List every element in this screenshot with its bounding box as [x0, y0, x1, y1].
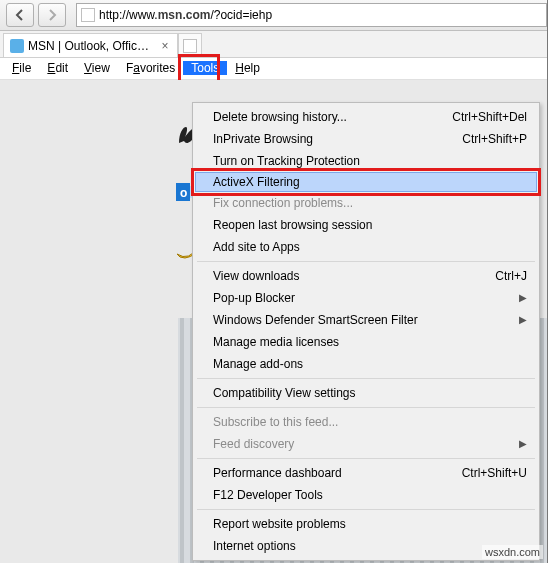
back-button[interactable]	[6, 3, 34, 27]
menu-edit[interactable]: Edit	[39, 58, 76, 79]
menu-view[interactable]: View	[76, 58, 118, 79]
menu-separator	[197, 261, 535, 262]
menu-item-label: Manage media licenses	[213, 331, 527, 353]
menu-item-activex-filtering[interactable]: ActiveX Filtering	[195, 172, 537, 192]
menu-file[interactable]: File	[4, 58, 39, 79]
menu-item-report-website-problems[interactable]: Report website problems	[195, 513, 537, 535]
menu-item-label: Add site to Apps	[213, 236, 527, 258]
nav-toolbar: http://www.msn.com/?ocid=iehp	[0, 0, 547, 31]
menu-item-label: Turn on Tracking Protection	[213, 150, 527, 172]
menu-item-label: ActiveX Filtering	[213, 172, 526, 192]
menu-item-reopen-last-browsing-session[interactable]: Reopen last browsing session	[195, 214, 537, 236]
menu-item-manage-media-licenses[interactable]: Manage media licenses	[195, 331, 537, 353]
address-bar[interactable]: http://www.msn.com/?ocid=iehp	[76, 3, 547, 27]
tab-title: MSN | Outlook, Office, Sky...	[28, 39, 155, 53]
url-text: http://www.msn.com/?ocid=iehp	[99, 8, 272, 22]
menu-item-view-downloads[interactable]: View downloadsCtrl+J	[195, 265, 537, 287]
menu-item-label: Fix connection problems...	[213, 192, 527, 214]
menu-item-add-site-to-apps[interactable]: Add site to Apps	[195, 236, 537, 258]
menu-item-delete-browsing-history[interactable]: Delete browsing history...Ctrl+Shift+Del	[195, 106, 537, 128]
menu-item-fix-connection-problems: Fix connection problems...	[195, 192, 537, 214]
page-icon	[81, 8, 95, 22]
submenu-arrow-icon: ▶	[519, 287, 527, 309]
blank-page-icon	[183, 39, 197, 53]
menu-item-label: InPrivate Browsing	[213, 128, 462, 150]
submenu-arrow-icon: ▶	[519, 309, 527, 331]
menu-item-f12-developer-tools[interactable]: F12 Developer Tools	[195, 484, 537, 506]
menu-help[interactable]: Help	[227, 58, 268, 79]
menu-item-manage-add-ons[interactable]: Manage add-ons	[195, 353, 537, 375]
menu-item-windows-defender-smartscreen-filter[interactable]: Windows Defender SmartScreen Filter▶	[195, 309, 537, 331]
svg-text:o: o	[180, 186, 187, 200]
menu-item-inprivate-browsing[interactable]: InPrivate BrowsingCtrl+Shift+P	[195, 128, 537, 150]
menu-bar: File Edit View Favorites Tools Help	[0, 58, 547, 80]
menu-item-label: Reopen last browsing session	[213, 214, 527, 236]
menu-separator	[197, 458, 535, 459]
menu-item-performance-dashboard[interactable]: Performance dashboardCtrl+Shift+U	[195, 462, 537, 484]
menu-item-accelerator: Ctrl+Shift+Del	[452, 106, 527, 128]
tab-bar: MSN | Outlook, Office, Sky... ×	[0, 31, 547, 58]
watermark-wsxdn: wsxdn.com	[482, 545, 543, 559]
menu-item-accelerator: Ctrl+Shift+P	[462, 128, 527, 150]
menu-item-label: Pop-up Blocker	[213, 287, 513, 309]
menu-item-label: Windows Defender SmartScreen Filter	[213, 309, 513, 331]
menu-separator	[197, 509, 535, 510]
menu-favorites[interactable]: Favorites	[118, 58, 183, 79]
menu-item-label: Report website problems	[213, 513, 527, 535]
menu-item-subscribe-to-this-feed: Subscribe to this feed...	[195, 411, 537, 433]
menu-item-label: Subscribe to this feed...	[213, 411, 527, 433]
menu-item-turn-on-tracking-protection[interactable]: Turn on Tracking Protection	[195, 150, 537, 172]
msn-favicon	[10, 39, 24, 53]
menu-item-label: Performance dashboard	[213, 462, 462, 484]
forward-button[interactable]	[38, 3, 66, 27]
tools-menu: Delete browsing history...Ctrl+Shift+Del…	[192, 102, 540, 561]
menu-item-pop-up-blocker[interactable]: Pop-up Blocker▶	[195, 287, 537, 309]
menu-separator	[197, 407, 535, 408]
close-tab-button[interactable]: ×	[159, 39, 171, 53]
menu-item-label: Feed discovery	[213, 433, 513, 455]
menu-item-label: F12 Developer Tools	[213, 484, 527, 506]
menu-item-compatibility-view-settings[interactable]: Compatibility View settings	[195, 382, 537, 404]
menu-item-label: Delete browsing history...	[213, 106, 452, 128]
menu-item-label: Manage add-ons	[213, 353, 527, 375]
menu-item-accelerator: Ctrl+Shift+U	[462, 462, 527, 484]
menu-separator	[197, 378, 535, 379]
menu-item-label: Compatibility View settings	[213, 382, 527, 404]
menu-item-label: Internet options	[213, 535, 527, 557]
menu-tools[interactable]: Tools	[183, 61, 227, 75]
submenu-arrow-icon: ▶	[519, 433, 527, 455]
menu-item-accelerator: Ctrl+J	[495, 265, 527, 287]
tab-msn[interactable]: MSN | Outlook, Office, Sky... ×	[3, 33, 178, 57]
new-tab-button[interactable]	[178, 33, 202, 57]
menu-item-feed-discovery: Feed discovery▶	[195, 433, 537, 455]
menu-item-label: View downloads	[213, 265, 495, 287]
